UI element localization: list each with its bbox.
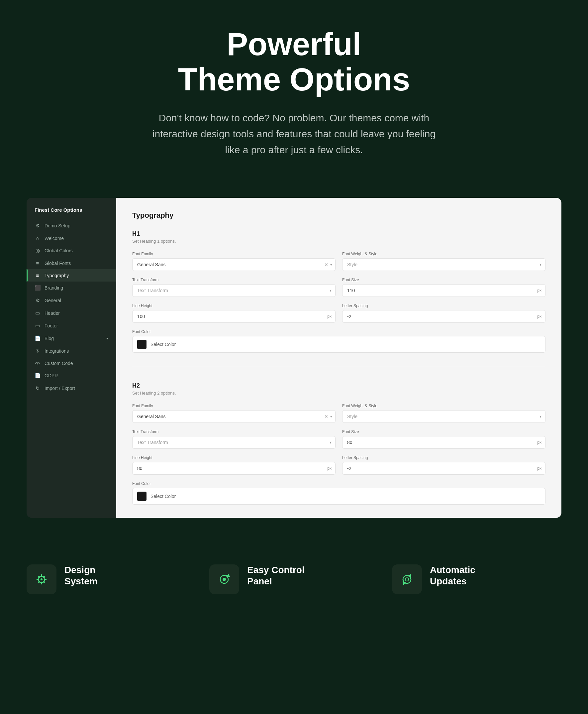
feature-card-easy-control: Easy Control Panel [209, 565, 379, 594]
h2-description: Set Heading 2 options. [132, 391, 545, 395]
h2-row-3: Line Height px Letter Spacing px [132, 455, 545, 475]
h1-font-family-wrapper: ✕ ▾ [132, 258, 336, 271]
demo-setup-icon: ⚙ [35, 223, 41, 229]
sidebar-item-integrations[interactable]: ✳ Integrations [26, 345, 116, 357]
panel-title: Typography [132, 211, 545, 220]
h1-font-clear-button[interactable]: ✕ [323, 261, 329, 268]
h1-line-height-unit: px [327, 314, 332, 319]
h2-font-clear-button[interactable]: ✕ [323, 413, 329, 420]
welcome-icon: ⌂ [35, 235, 41, 241]
h2-text-transform-select[interactable]: Text Transform [132, 436, 336, 449]
h2-color-picker[interactable]: Select Color [132, 488, 545, 505]
sidebar-item-label: Branding [44, 285, 63, 290]
h1-font-weight-group: Font Weight & Style Style [342, 252, 545, 271]
h2-select-color-label: Select Color [150, 494, 176, 499]
h1-font-size-group: Font Size px [342, 278, 545, 297]
sidebar-item-label: Typography [44, 273, 69, 278]
h1-font-weight-label: Font Weight & Style [342, 252, 545, 256]
h2-font-chevron-icon: ▾ [330, 414, 332, 419]
h1-label: H1 [132, 230, 545, 237]
h2-text-transform-label: Text Transform [132, 429, 336, 434]
h1-select-color-label: Select Color [150, 342, 176, 347]
sidebar-item-label: Custom Code [44, 361, 73, 366]
sidebar-title: Finest Core Options [26, 207, 116, 219]
sidebar-item-welcome[interactable]: ⌂ Welcome [26, 232, 116, 244]
h2-text-transform-group: Text Transform Text Transform [132, 429, 336, 449]
hero-subtitle: Don't know how to code? No problem. Our … [145, 110, 443, 158]
h1-font-weight-select[interactable]: Style [342, 258, 545, 271]
h1-font-family-input[interactable] [132, 258, 336, 271]
h1-letter-spacing-unit: px [537, 314, 542, 319]
sidebar-item-general[interactable]: ⚙ General [26, 294, 116, 307]
svg-point-1 [41, 578, 43, 580]
h1-row-2: Text Transform Text Transform Font Size … [132, 278, 545, 297]
sidebar-item-header[interactable]: ▭ Header [26, 307, 116, 320]
h1-color-picker[interactable]: Select Color [132, 336, 545, 353]
h1-color-swatch [137, 340, 147, 349]
h2-row-2: Text Transform Text Transform Font Size … [132, 429, 545, 449]
integrations-icon: ✳ [35, 348, 41, 354]
global-fonts-icon: ≡ [35, 260, 41, 266]
sidebar-item-label: Demo Setup [44, 223, 70, 228]
sidebar-item-blog[interactable]: 📄 Blog ▾ [26, 332, 116, 345]
h1-font-family-actions: ✕ ▾ [323, 261, 332, 268]
h2-line-height-unit: px [327, 466, 332, 471]
h1-font-weight-select-wrapper: Style [342, 258, 545, 271]
h2-font-weight-select[interactable]: Style [342, 410, 545, 423]
h2-letter-spacing-input[interactable] [342, 462, 545, 475]
h1-font-color-label: Font Color [132, 329, 545, 334]
h1-line-height-label: Line Height [132, 304, 336, 308]
sidebar-item-global-fonts[interactable]: ≡ Global Fonts [26, 257, 116, 269]
auto-updates-text: Automatic Updates [430, 565, 476, 587]
h2-font-weight-label: Font Weight & Style [342, 404, 545, 408]
sidebar-item-label: Welcome [44, 236, 64, 241]
h2-font-size-input[interactable] [342, 436, 545, 449]
sidebar-item-label: Footer [44, 323, 58, 328]
sidebar-item-typography[interactable]: ≡ Typography [26, 269, 116, 282]
sidebar-item-import-export[interactable]: ↻ Import / Export [26, 382, 116, 394]
h2-font-family-actions: ✕ ▾ [323, 413, 332, 420]
svg-point-5 [405, 578, 408, 581]
easy-control-icon [217, 572, 232, 587]
design-system-icon-box [26, 565, 57, 594]
h1-font-size-input[interactable] [342, 284, 545, 297]
custom-code-icon: </> [35, 361, 41, 366]
sidebar-item-footer[interactable]: ▭ Footer [26, 320, 116, 332]
h1-letter-spacing-input[interactable] [342, 310, 545, 323]
auto-updates-icon-box [392, 565, 422, 594]
auto-updates-title: Automatic Updates [430, 565, 476, 587]
h1-line-height-group: Line Height px [132, 304, 336, 323]
h1-font-color-group: Font Color Select Color [132, 329, 545, 353]
h2-font-weight-select-wrapper: Style [342, 410, 545, 423]
global-colors-icon: ◎ [35, 248, 41, 253]
sidebar-item-gdpr[interactable]: 📄 GDPR [26, 369, 116, 382]
h2-label: H2 [132, 382, 545, 389]
h2-text-transform-wrapper: Text Transform [132, 436, 336, 449]
h2-line-height-label: Line Height [132, 455, 336, 460]
h1-font-family-group: Font Family ✕ ▾ [132, 252, 336, 271]
h2-font-family-input[interactable] [132, 410, 336, 423]
h1-text-transform-group: Text Transform Text Transform [132, 278, 336, 297]
h2-font-size-unit: px [537, 440, 542, 445]
h2-letter-spacing-label: Letter Spacing [342, 455, 545, 460]
h2-font-family-wrapper: ✕ ▾ [132, 410, 336, 423]
design-system-icon [34, 572, 49, 587]
auto-updates-icon [400, 572, 414, 587]
h2-font-size-label: Font Size [342, 429, 545, 434]
sidebar-item-label: Integrations [44, 348, 69, 354]
sidebar-item-custom-code[interactable]: </> Custom Code [26, 357, 116, 369]
h2-font-size-group: Font Size px [342, 429, 545, 449]
hero-section: Powerful Theme Options Don't know how to… [0, 0, 588, 178]
sidebar-item-label: Header [44, 310, 60, 316]
sidebar-item-demo-setup[interactable]: ⚙ Demo Setup [26, 219, 116, 232]
h2-line-height-input[interactable] [132, 462, 336, 475]
h1-line-height-wrapper: px [132, 310, 336, 323]
sidebar-item-branding[interactable]: ⬛ Branding [26, 282, 116, 294]
footer-icon: ▭ [35, 323, 41, 329]
h1-text-transform-select[interactable]: Text Transform [132, 284, 336, 297]
h1-font-size-wrapper: px [342, 284, 545, 297]
general-icon: ⚙ [35, 298, 41, 304]
h1-line-height-input[interactable] [132, 310, 336, 323]
sidebar-item-global-colors[interactable]: ◎ Global Colors [26, 244, 116, 257]
h1-text-transform-label: Text Transform [132, 278, 336, 282]
